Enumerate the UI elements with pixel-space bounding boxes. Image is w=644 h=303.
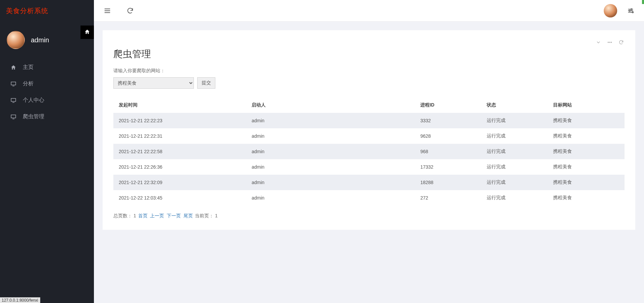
- table-cell: 2021-12-21 22:22:58: [113, 144, 246, 159]
- table-cell: 2021-12-21 22:22:31: [113, 128, 246, 144]
- username: admin: [31, 36, 49, 44]
- home-badge[interactable]: [80, 26, 94, 39]
- status-bar-url: 127.0.0.1:8000/fenxi: [0, 297, 40, 303]
- table-cell: 2021-12-21 22:22:23: [113, 113, 246, 128]
- progress-indicator: [642, 0, 644, 4]
- table-header-row: 发起时间 启动人 进程ID 状态 目标网站: [113, 97, 625, 113]
- home-icon: [10, 64, 17, 71]
- monitor-icon: [10, 114, 17, 120]
- table-row: 2021-12-21 22:32:09admin18288运行完成携程美食: [113, 175, 625, 190]
- pager-first[interactable]: 首页: [138, 213, 148, 218]
- table-cell: admin: [246, 175, 415, 190]
- svg-point-1: [629, 10, 630, 11]
- table-row: 2021-12-22 12:03:45admin272运行完成携程美食: [113, 190, 625, 206]
- total-pages-label: 总页数：: [113, 213, 132, 218]
- table-cell: 2021-12-21 22:32:09: [113, 175, 246, 190]
- pager: 总页数： 1 首页 上一页 下一页 尾页 当前页： 1: [113, 213, 625, 219]
- avatar[interactable]: [7, 31, 25, 49]
- table-cell: admin: [246, 159, 415, 175]
- hamburger-icon[interactable]: [103, 7, 111, 15]
- table-row: 2021-12-21 22:22:23admin3332运行完成携程美食: [113, 113, 625, 128]
- th-starter: 启动人: [246, 97, 415, 113]
- table-cell: admin: [246, 144, 415, 159]
- table-cell: admin: [246, 113, 415, 128]
- svg-point-5: [611, 42, 612, 43]
- table-cell: 运行完成: [481, 113, 548, 128]
- monitor-icon: [10, 81, 17, 87]
- table-row: 2021-12-21 22:22:58admin968运行完成携程美食: [113, 144, 625, 159]
- panel: 爬虫管理 请输入你要爬取的网站： 携程美食 提交 发起时间 启动人 进程ID 状…: [103, 30, 635, 230]
- submit-button[interactable]: 提交: [197, 77, 215, 89]
- table-cell: 携程美食: [548, 113, 625, 128]
- current-page-label: 当前页：: [195, 213, 214, 218]
- user-block: admin: [0, 21, 94, 57]
- table-cell: 17332: [415, 159, 481, 175]
- table-row: 2021-12-21 22:22:31admin9628运行完成携程美食: [113, 128, 625, 144]
- home-icon: [84, 29, 90, 36]
- nav-label: 个人中心: [23, 97, 44, 104]
- table-cell: 2021-12-21 22:26:36: [113, 159, 246, 175]
- table-cell: 携程美食: [548, 128, 625, 144]
- table-cell: 18288: [415, 175, 481, 190]
- table-cell: 运行完成: [481, 128, 548, 144]
- table-cell: admin: [246, 190, 415, 206]
- table-cell: 2021-12-22 12:03:45: [113, 190, 246, 206]
- table-cell: 携程美食: [548, 159, 625, 175]
- avatar[interactable]: [604, 4, 617, 17]
- form-label: 请输入你要爬取的网站：: [113, 68, 625, 74]
- table-cell: 携程美食: [548, 190, 625, 206]
- main: 爬虫管理 请输入你要爬取的网站： 携程美食 提交 发起时间 启动人 进程ID 状…: [94, 0, 644, 303]
- table-cell: 携程美食: [548, 175, 625, 190]
- table-cell: 运行完成: [481, 190, 548, 206]
- panel-toolbar: [113, 39, 625, 46]
- more-icon[interactable]: [606, 39, 613, 46]
- crawler-table: 发起时间 启动人 进程ID 状态 目标网站 2021-12-21 22:22:2…: [113, 97, 625, 206]
- nav: 主页 分析 个人中心 爬虫管理: [0, 57, 94, 125]
- site-select[interactable]: 携程美食: [113, 77, 194, 89]
- refresh-icon[interactable]: [126, 7, 134, 15]
- table-cell: admin: [246, 128, 415, 144]
- sidebar: 美食分析系统 admin 主页 分析 个人中心 爬虫管理: [0, 0, 94, 303]
- table-cell: 272: [415, 190, 481, 206]
- table-row: 2021-12-21 22:26:36admin17332运行完成携程美食: [113, 159, 625, 175]
- table-cell: 运行完成: [481, 159, 548, 175]
- table-cell: 运行完成: [481, 175, 548, 190]
- th-status: 状态: [481, 97, 548, 113]
- svg-point-3: [608, 42, 608, 43]
- th-pid: 进程ID: [415, 97, 481, 113]
- panel-title: 爬虫管理: [113, 48, 625, 60]
- pager-next[interactable]: 下一页: [167, 213, 181, 218]
- table-cell: 携程美食: [548, 144, 625, 159]
- th-start-time: 发起时间: [113, 97, 246, 113]
- topbar: [94, 0, 644, 21]
- pager-last[interactable]: 尾页: [183, 213, 193, 218]
- table-cell: 运行完成: [481, 144, 548, 159]
- brand-title: 美食分析系统: [6, 6, 48, 15]
- monitor-icon: [10, 97, 17, 104]
- pager-prev[interactable]: 上一页: [150, 213, 164, 218]
- nav-item-my-center[interactable]: 个人中心: [0, 92, 94, 109]
- content: 爬虫管理 请输入你要爬取的网站： 携程美食 提交 发起时间 启动人 进程ID 状…: [94, 21, 644, 303]
- current-page-value: 1: [215, 213, 218, 218]
- refresh-icon[interactable]: [618, 39, 625, 46]
- nav-item-home[interactable]: 主页: [0, 59, 94, 76]
- svg-point-4: [609, 42, 610, 43]
- brand: 美食分析系统: [0, 0, 94, 21]
- nav-label: 分析: [23, 80, 34, 87]
- total-pages-value: 1: [133, 213, 136, 218]
- chevron-down-icon[interactable]: [595, 39, 602, 46]
- svg-point-0: [631, 8, 632, 10]
- table-cell: 968: [415, 144, 481, 159]
- settings-icon[interactable]: [627, 7, 635, 15]
- table-cell: 3332: [415, 113, 481, 128]
- nav-label: 爬虫管理: [23, 113, 44, 120]
- th-target: 目标网站: [548, 97, 625, 113]
- svg-point-2: [632, 11, 634, 13]
- table-cell: 9628: [415, 128, 481, 144]
- nav-item-analysis[interactable]: 分析: [0, 76, 94, 92]
- nav-label: 主页: [23, 64, 34, 71]
- nav-item-crawler[interactable]: 爬虫管理: [0, 109, 94, 125]
